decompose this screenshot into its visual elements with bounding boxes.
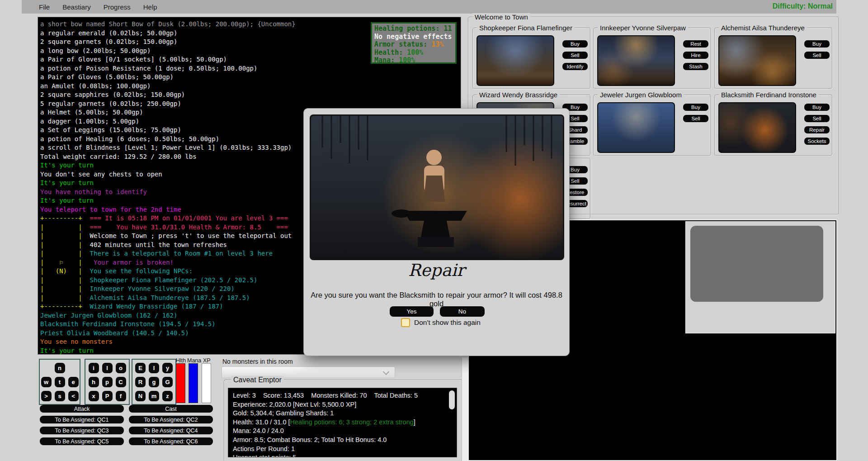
key-h[interactable]: h	[89, 377, 99, 387]
npc-button-sockets[interactable]: Sockets	[804, 138, 830, 145]
text-line: Gold: 5,304.4; Gambling Shards: 1	[233, 409, 457, 418]
npc-button-identify[interactable]: Identify	[562, 63, 588, 70]
npc-card-title: Alchemist Ailsa Thundereye	[719, 24, 807, 32]
key-<[interactable]: <	[68, 391, 79, 401]
status-lines: Healing potions: 11No negative effectsAr…	[374, 25, 453, 65]
stats-title: Caveat Emptor	[231, 376, 284, 384]
key-o[interactable]: o	[116, 363, 126, 373]
npc-card-title: Shopkeeper Fiona Flamefinger	[477, 24, 575, 32]
npc-button-repair[interactable]: Repair	[804, 126, 830, 133]
text-line: 2 square sapphires (0.02lbs; 150.00gp)	[40, 90, 458, 100]
key-i[interactable]: i	[89, 363, 99, 373]
npc-button-stash[interactable]: Stash	[683, 63, 708, 70]
npc-button-buy[interactable]: Buy	[683, 104, 708, 111]
key-p[interactable]: p	[102, 377, 113, 387]
text-line: a Pair of Gloves (5.00lbs; 50.00gp)	[40, 73, 458, 82]
key-e[interactable]: e	[68, 377, 79, 387]
key-E[interactable]: E	[135, 363, 146, 373]
key-I[interactable]: I	[149, 363, 159, 373]
text-line: Health: 100%	[374, 49, 453, 57]
text-line: an Amulet (0.08lbs; 100.00gp)	[40, 82, 458, 91]
bar-mana	[189, 363, 198, 403]
key-R[interactable]: R	[135, 377, 146, 387]
npc-button-sell[interactable]: Sell	[804, 52, 830, 59]
bar-label-hlth: Hlth	[176, 357, 186, 364]
qc-button-1[interactable]: To Be Assigned: QC1	[40, 416, 124, 423]
menu-help[interactable]: Help	[137, 3, 164, 11]
status-overlay: Healing potions: 11No negative effectsAr…	[371, 22, 457, 64]
difficulty-label: Difficulty: Normal	[773, 2, 833, 10]
keypad-2: EIyRgGNmz	[132, 359, 176, 405]
text-line: No negative effects	[374, 33, 453, 41]
npc-card-ailsa: Alchemist Ailsa ThundereyeBuySell	[714, 28, 833, 89]
key-w[interactable]: w	[41, 377, 52, 387]
qc-button-6[interactable]: To Be Assigned: QC6	[129, 437, 213, 445]
npc-card-yvonne: Innkeeper Yvonne SilverpawRestHireStash	[593, 28, 712, 89]
npc-button-hire[interactable]: Hire	[683, 52, 708, 59]
npc-button-sell[interactable]: Sell	[683, 115, 708, 122]
npc-portrait-ailsa	[718, 35, 796, 86]
text-line: a potion of Poison Resistance (1 dose; 0…	[40, 64, 458, 73]
npc-card-ferdinand: Blacksmith Ferdinand IronstoneBuySellRep…	[714, 95, 833, 156]
dont-show-row: Don't show this again	[401, 318, 481, 327]
npc-card-title: Jeweler Jurgen Glowbloom	[598, 91, 684, 99]
key-n[interactable]: n	[55, 363, 65, 373]
npc-card-title: Wizard Wendy Brassridge	[477, 91, 560, 99]
npc-button-buy[interactable]: Buy	[804, 104, 830, 111]
dont-show-checkbox[interactable]	[401, 318, 410, 327]
menu-bar: FileBeastiaryProgressHelp Difficulty: No…	[22, 0, 836, 14]
map-subpanel	[685, 221, 835, 333]
key-m[interactable]: m	[149, 391, 159, 401]
key-g[interactable]: g	[149, 377, 159, 387]
text-line: Mana: 24.0 / 24.0	[233, 427, 457, 436]
key-G[interactable]: G	[162, 377, 173, 387]
npc-portrait-yvonne	[597, 35, 675, 86]
npc-card-fiona: Shopkeeper Fiona FlamefingerBuySellIdent…	[472, 28, 591, 89]
key-s[interactable]: s	[55, 391, 65, 401]
key-y[interactable]: y	[162, 363, 173, 373]
key-t[interactable]: t	[55, 377, 65, 387]
cast-button[interactable]: Cast	[129, 405, 213, 413]
key->[interactable]: >	[41, 391, 52, 401]
key-N[interactable]: N	[135, 391, 146, 401]
dont-show-label: Don't show this again	[414, 318, 481, 327]
blacksmith-art	[311, 116, 563, 259]
map-placeholder	[690, 226, 823, 302]
npc-button-sell[interactable]: Sell	[804, 115, 830, 122]
stats-groupbox: Caveat Emptor Level: 3 Score: 13,453 Mon…	[224, 380, 463, 461]
stats-scrollbar[interactable]	[449, 390, 455, 409]
npc-button-buy[interactable]: Buy	[562, 40, 588, 48]
qc-button-5[interactable]: To Be Assigned: QC5	[40, 437, 124, 445]
key-C[interactable]: C	[116, 377, 126, 387]
npc-button-buy[interactable]: Buy	[804, 40, 830, 48]
text-line: Health: 31.0 / 31.0 [Healing potions: 6;…	[233, 418, 457, 427]
key-x[interactable]: x	[89, 391, 99, 401]
no-button[interactable]: No	[440, 306, 485, 317]
npc-button-sell[interactable]: Sell	[562, 52, 588, 59]
menu-beastiary[interactable]: Beastiary	[56, 3, 97, 11]
text-line: Mana: 100%	[374, 57, 453, 65]
yes-button[interactable]: Yes	[390, 306, 434, 317]
text-line: Experience: 2,020.0 [Next Lvl: 5,500.0 X…	[233, 400, 457, 409]
npc-portrait-fiona	[476, 35, 554, 86]
key-P[interactable]: P	[102, 391, 113, 401]
qc-button-2[interactable]: To Be Assigned: QC2	[129, 416, 213, 423]
menu-progress[interactable]: Progress	[97, 3, 137, 11]
text-line: Healing potions: 11	[374, 25, 453, 33]
key-f[interactable]: f	[116, 391, 126, 401]
attack-button[interactable]: Attack	[40, 405, 124, 413]
key-z[interactable]: z	[162, 391, 173, 401]
keypad-1: ilohpCxPf	[85, 359, 130, 405]
npc-button-rest[interactable]: Rest	[683, 40, 708, 48]
menu-items: FileBeastiaryProgressHelp	[22, 3, 164, 11]
npc-card-jurgen: Jeweler Jurgen GlowbloomBuySell	[593, 95, 712, 156]
bar-hlth	[176, 363, 185, 403]
text-line: Actions Per Round: 1	[233, 445, 457, 454]
menu-file[interactable]: File	[33, 3, 56, 11]
text-line: 5 regular garnets (0.02lbs; 250.00gp)	[40, 100, 458, 109]
town-panel-title: Welcome to Town	[472, 13, 530, 21]
qc-button-3[interactable]: To Be Assigned: QC3	[40, 427, 124, 434]
key-l[interactable]: l	[102, 363, 113, 373]
qc-button-4[interactable]: To Be Assigned: QC4	[129, 427, 213, 434]
stats-box: Level: 3 Score: 13,453 Monsters Killed: …	[228, 388, 457, 457]
